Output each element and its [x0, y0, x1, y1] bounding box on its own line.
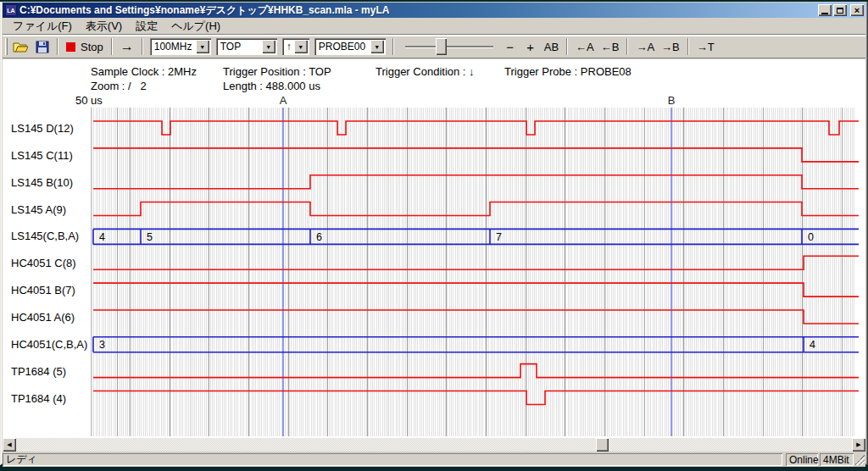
minimize-button[interactable]: [818, 4, 832, 16]
stop-button[interactable]: Stop: [63, 37, 107, 56]
app-window: LA C:¥Documents and Settings¥noname¥デスクト…: [0, 0, 868, 465]
menu-item[interactable]: 表示(V): [79, 17, 129, 36]
marker-b-line[interactable]: [670, 108, 672, 436]
stop-button-label: Stop: [81, 41, 103, 53]
trigger-probe-combo[interactable]: PROBE00 ▼: [314, 38, 386, 55]
menu-item[interactable]: 設定: [129, 17, 164, 36]
open-file-button[interactable]: [9, 37, 32, 56]
zoom-in-button[interactable]: +: [520, 37, 541, 56]
trigger-edge-combo[interactable]: ↑ ▼: [282, 38, 309, 55]
marker-b-label: B: [668, 94, 676, 107]
trigger-edge-value: ↑: [287, 41, 292, 53]
goto-b-button[interactable]: →B: [658, 37, 683, 56]
status-message: レディ: [3, 453, 782, 466]
menu-item[interactable]: ファイル(F): [6, 17, 79, 36]
window-title: C:¥Documents and Settings¥noname¥デスクトップ¥…: [19, 3, 815, 18]
sample-clock-value: 100MHz: [154, 41, 192, 53]
statusbar: レディ Online 4MBit: [3, 452, 865, 467]
folder-open-icon: [13, 41, 29, 53]
stop-square-icon: [66, 42, 75, 52]
close-button[interactable]: ×: [850, 4, 864, 16]
scrollbar-thumb[interactable]: [596, 438, 609, 452]
save-button[interactable]: [32, 37, 53, 56]
trigger-position-value: TOP: [220, 41, 241, 53]
zoom-slider[interactable]: [405, 37, 493, 56]
menu-item[interactable]: ヘルプ(H): [164, 17, 227, 36]
dropdown-arrow-icon[interactable]: ▼: [262, 40, 275, 53]
titlebar: LA C:¥Documents and Settings¥noname¥デスクト…: [3, 3, 865, 18]
memory-size-badge: 4MBit: [820, 453, 854, 466]
dropdown-arrow-icon[interactable]: ▼: [294, 40, 308, 53]
run-button[interactable]: →: [117, 37, 137, 56]
trigger-position-combo[interactable]: TOP ▼: [216, 38, 277, 55]
online-status-badge: Online: [786, 453, 818, 466]
move-a-left-button[interactable]: ←A: [572, 37, 598, 56]
desktop-edge-bottom: [0, 467, 868, 471]
scroll-right-button[interactable]: ▶: [852, 438, 865, 452]
goto-a-button[interactable]: →A: [632, 37, 658, 56]
goto-trigger-button[interactable]: →T: [693, 37, 718, 56]
scroll-left-button[interactable]: ◀: [3, 438, 16, 452]
dropdown-arrow-icon[interactable]: ▼: [196, 40, 209, 53]
run-arrow-icon: →: [120, 39, 134, 54]
menubar: ファイル(F)表示(V)設定ヘルプ(H): [3, 19, 865, 35]
horizontal-scrollbar[interactable]: ◀ ▶: [3, 438, 865, 452]
toolbar: Stop → 100MHz ▼ TOP ▼ ↑ ▼ PROBE00 ▼ − +: [3, 36, 865, 58]
marker-a-label: A: [280, 94, 287, 107]
zoom-out-button[interactable]: −: [500, 37, 520, 56]
floppy-disk-icon: [36, 41, 49, 53]
zoom-slider-track[interactable]: [405, 46, 493, 47]
marker-a-line[interactable]: [282, 108, 284, 436]
dropdown-arrow-icon[interactable]: ▼: [370, 40, 384, 53]
ab-range-button[interactable]: AB: [541, 37, 562, 56]
move-b-left-button[interactable]: ←B: [598, 37, 623, 56]
maximize-button[interactable]: [833, 4, 847, 16]
waveform-client-area: Sample Clock : 2MHz Trigger Position : T…: [3, 59, 865, 438]
zoom-slider-thumb[interactable]: [436, 38, 447, 55]
app-icon: LA: [5, 4, 17, 16]
desktop-edge-top: [0, 0, 868, 2]
trigger-probe-value: PROBE00: [319, 41, 365, 53]
resize-grip[interactable]: [854, 455, 865, 465]
sample-clock-combo[interactable]: 100MHz ▼: [150, 38, 211, 55]
toolbar-grip[interactable]: [5, 38, 8, 55]
